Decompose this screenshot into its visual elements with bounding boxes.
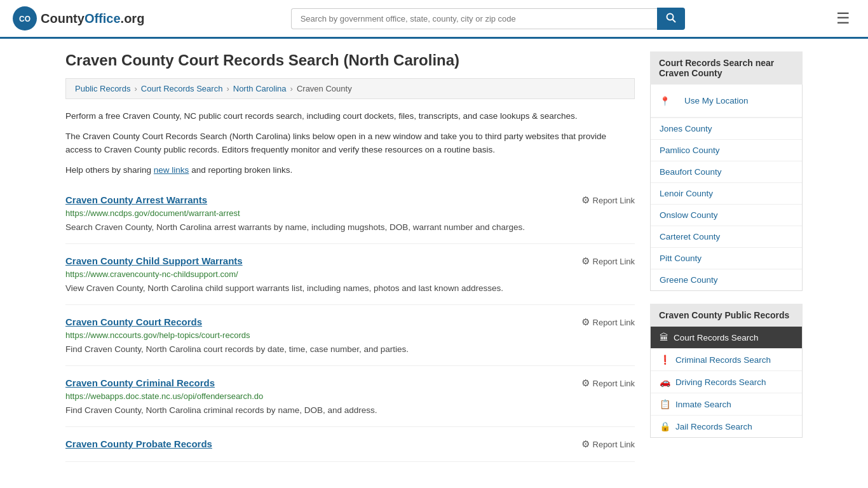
result-item-arrest-warrants: Craven County Arrest Warrants ⚙ Report L… [65,183,635,244]
result-header-probate: Craven County Probate Records ⚙ Report L… [65,438,635,450]
sidebar-nearby-header: Court Records Search near Craven County [650,51,803,85]
result-url-court[interactable]: https://www.nccourts.gov/help-topics/cou… [65,330,635,340]
logo-area: CO CountyOffice.org [13,6,144,30]
inmate-icon: 📋 [660,399,670,409]
result-header-criminal: Craven County Criminal Records ⚙ Report … [65,377,635,389]
sidebar-use-location[interactable]: 📍 Use My Location [651,85,802,118]
content-area: Craven County Court Records Search (Nort… [65,51,635,462]
report-link-arrest[interactable]: ⚙ Report Link [581,194,635,206]
jail-icon: 🔒 [660,421,670,431]
result-desc-child: View Craven County, North Carolina child… [65,282,635,295]
result-item-probate-records: Craven County Probate Records ⚙ Report L… [65,427,635,462]
sidebar-item-beaufort-county[interactable]: Beaufort County [651,161,802,183]
search-button[interactable] [657,8,685,30]
result-title-probate-records[interactable]: Craven County Probate Records [65,438,212,449]
intro-paragraph-2: The Craven County Court Records Search (… [65,130,635,157]
hamburger-menu-button[interactable]: ☰ [831,7,855,30]
breadcrumb-court-records-search[interactable]: Court Records Search [141,84,223,93]
new-links-link[interactable]: new links [154,165,189,175]
search-input[interactable] [291,8,657,29]
sidebar-public-records-header: Craven County Public Records [650,304,803,327]
result-item-court-records: Craven County Court Records ⚙ Report Lin… [65,305,635,366]
breadcrumb-sep-3: › [290,84,293,93]
intro-paragraph-1: Perform a free Craven County, NC public … [65,109,635,123]
report-icon-criminal: ⚙ [581,377,590,389]
result-item-criminal-records: Craven County Criminal Records ⚙ Report … [65,366,635,427]
sidebar-item-greene-county[interactable]: Greene County [651,269,802,290]
report-icon-arrest: ⚙ [581,194,590,206]
criminal-icon: ❗ [660,355,670,365]
result-header-child: Craven County Child Support Warrants ⚙ R… [65,255,635,267]
result-header: Craven County Arrest Warrants ⚙ Report L… [65,194,635,206]
main-container: Craven County Court Records Search (Nort… [53,39,815,475]
svg-text:CO: CO [19,15,31,24]
intro-paragraph-3: Help others by sharing new links and rep… [65,163,635,177]
location-pin-icon: 📍 [660,96,670,106]
sidebar-item-driving-records-search[interactable]: 🚗 Driving Records Search [651,371,802,393]
svg-line-3 [672,19,675,22]
sidebar-item-lenoir-county[interactable]: Lenoir County [651,183,802,205]
sidebar-item-pitt-county[interactable]: Pitt County [651,248,802,269]
report-link-criminal[interactable]: ⚙ Report Link [581,377,635,389]
sidebar-public-records-list: 🏛 Court Records Search ❗ Criminal Record… [650,327,803,438]
sidebar-item-jones-county[interactable]: Jones County [651,118,802,140]
report-link-probate[interactable]: ⚙ Report Link [581,438,635,450]
use-location-link[interactable]: Use My Location [675,90,757,111]
result-header-court: Craven County Court Records ⚙ Report Lin… [65,316,635,328]
breadcrumb: Public Records › Court Records Search › … [65,78,635,99]
report-icon-probate: ⚙ [581,438,590,450]
breadcrumb-sep-1: › [134,84,137,93]
report-link-child[interactable]: ⚙ Report Link [581,255,635,267]
result-desc-court: Find Craven County, North Carolina court… [65,343,635,356]
sidebar-item-jail-records-search[interactable]: 🔒 Jail Records Search [651,416,802,437]
sidebar-item-criminal-records-search[interactable]: ❗ Criminal Records Search [651,349,802,371]
result-item-child-support: Craven County Child Support Warrants ⚙ R… [65,244,635,305]
breadcrumb-public-records[interactable]: Public Records [75,84,130,93]
report-icon-child: ⚙ [581,255,590,267]
logo-text: CountyOffice.org [41,11,144,26]
breadcrumb-current: Craven County [297,84,352,93]
results-list: Craven County Arrest Warrants ⚙ Report L… [65,183,635,462]
driving-icon: 🚗 [660,377,670,387]
result-title-criminal-records[interactable]: Craven County Criminal Records [65,377,215,388]
search-bar-area [291,8,685,30]
sidebar-item-pamlico-county[interactable]: Pamlico County [651,140,802,161]
sidebar-item-carteret-county[interactable]: Carteret County [651,226,802,248]
breadcrumb-north-carolina[interactable]: North Carolina [233,84,287,93]
result-title-arrest[interactable]: Craven County Arrest Warrants [65,194,207,205]
sidebar-nearby-list: 📍 Use My Location Jones County Pamlico C… [650,85,803,291]
result-url-criminal[interactable]: https://webapps.doc.state.nc.us/opi/offe… [65,391,635,401]
report-link-court[interactable]: ⚙ Report Link [581,316,635,328]
svg-point-2 [667,13,673,20]
sidebar-item-court-records-search[interactable]: 🏛 Court Records Search [651,327,802,349]
result-desc-arrest: Search Craven County, North Carolina arr… [65,221,635,234]
report-icon-court: ⚙ [581,316,590,328]
sidebar-item-inmate-search[interactable]: 📋 Inmate Search [651,393,802,416]
breadcrumb-sep-2: › [226,84,229,93]
court-icon: 🏛 [660,332,668,342]
result-title-court-records[interactable]: Craven County Court Records [65,316,202,327]
sidebar: Court Records Search near Craven County … [650,51,803,462]
result-url-arrest[interactable]: https://www.ncdps.gov/document/warrant-a… [65,208,635,218]
result-desc-criminal: Find Craven County, North Carolina crimi… [65,404,635,417]
page-title: Craven County Court Records Search (Nort… [65,51,635,69]
page-header: CO CountyOffice.org ☰ [0,0,868,39]
result-title-child-support[interactable]: Craven County Child Support Warrants [65,255,243,266]
search-icon [666,13,676,23]
result-url-child[interactable]: https://www.cravencounty-nc-childsupport… [65,269,635,279]
sidebar-item-onslow-county[interactable]: Onslow County [651,205,802,226]
logo-icon: CO [13,6,37,30]
